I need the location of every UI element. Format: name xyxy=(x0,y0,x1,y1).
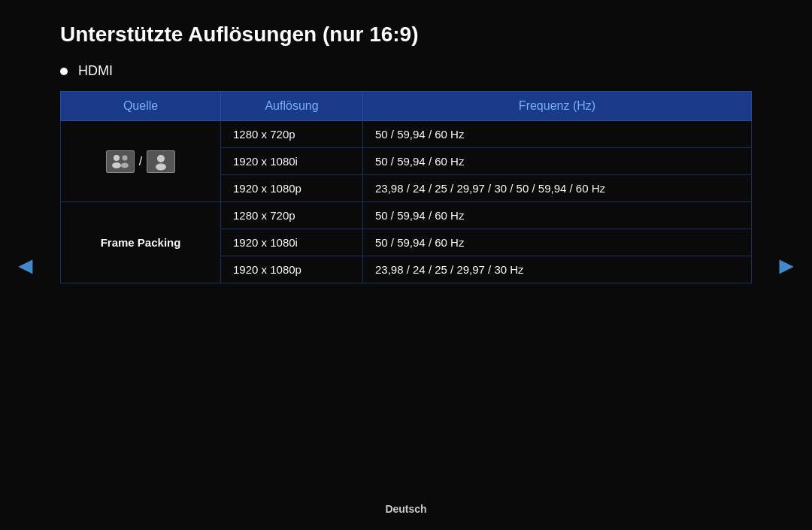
svg-point-3 xyxy=(121,162,129,168)
col-header-source: Quelle xyxy=(61,92,221,121)
col-header-frequency: Frequenz (Hz) xyxy=(362,92,751,121)
resolution-cell: 1920 x 1080p xyxy=(221,256,363,283)
resolution-cell: 1280 x 720p xyxy=(221,121,363,148)
source-icons-cell: / xyxy=(61,121,221,202)
person-icon-2 xyxy=(147,150,175,173)
hdmi-section: HDMI xyxy=(60,63,752,79)
resolution-table: Quelle Auflösung Frequenz (Hz) xyxy=(60,91,752,283)
hdmi-bullet xyxy=(60,68,68,75)
icons-container: / xyxy=(73,150,208,173)
frequency-cell: 23,98 / 24 / 25 / 29,97 / 30 / 50 / 59,9… xyxy=(362,175,751,202)
resolution-cell: 1920 x 1080p xyxy=(221,175,363,202)
svg-point-2 xyxy=(122,155,127,160)
main-container: Unterstützte Auflösungen (nur 16:9) HDMI… xyxy=(0,0,812,283)
frequency-cell: 23,98 / 24 / 25 / 29,97 / 30 Hz xyxy=(362,256,751,283)
frame-packing-cell: Frame Packing xyxy=(61,202,221,283)
svg-point-4 xyxy=(157,155,165,162)
svg-point-0 xyxy=(114,155,120,161)
frequency-cell: 50 / 59,94 / 60 Hz xyxy=(362,121,751,148)
person-icon-1 xyxy=(106,150,135,173)
table-header-row: Quelle Auflösung Frequenz (Hz) xyxy=(61,92,752,121)
table-row: / 1280 x 720p 50 / 59,94 / 60 Hz xyxy=(61,121,752,148)
resolution-cell: 1920 x 1080i xyxy=(221,229,363,256)
svg-point-1 xyxy=(112,162,121,168)
col-header-resolution: Auflösung xyxy=(221,92,363,121)
frequency-cell: 50 / 59,94 / 60 Hz xyxy=(362,148,751,175)
frequency-cell: 50 / 59,94 / 60 Hz xyxy=(362,229,751,256)
frequency-cell: 50 / 59,94 / 60 Hz xyxy=(362,202,751,229)
table-row: Frame Packing 1280 x 720p 50 / 59,94 / 6… xyxy=(61,202,752,229)
svg-point-5 xyxy=(156,163,166,170)
footer-language: Deutsch xyxy=(385,503,426,515)
nav-arrow-right[interactable]: ► xyxy=(774,251,798,279)
resolution-cell: 1280 x 720p xyxy=(221,202,363,229)
hdmi-text: HDMI xyxy=(78,63,113,79)
page-title: Unterstützte Auflösungen (nur 16:9) xyxy=(60,23,752,47)
nav-arrow-left[interactable]: ◄ xyxy=(14,251,38,279)
resolution-cell: 1920 x 1080i xyxy=(221,148,363,175)
icon-slash: / xyxy=(139,155,142,168)
